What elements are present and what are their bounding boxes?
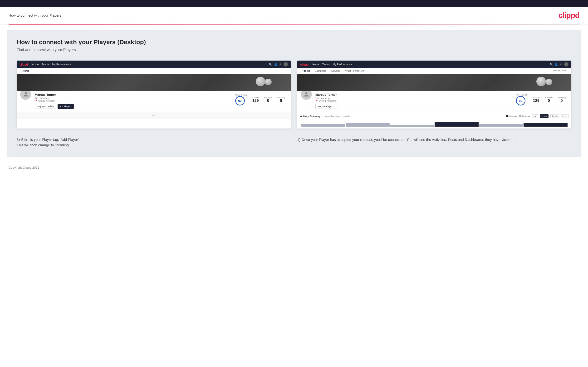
- page-header-title: How to connect with your Players: [9, 13, 61, 17]
- action-buttons-1: Request to Follow Add Player +: [35, 104, 232, 109]
- followers-stat-1: Followers 0: [264, 96, 272, 103]
- tab-profile-2[interactable]: Profile: [300, 68, 312, 74]
- filter-6mths-2[interactable]: 6 mths: [540, 114, 548, 118]
- activity-chart-2: [300, 119, 569, 127]
- svg-point-1: [305, 92, 307, 94]
- nav-avatar-2: [564, 62, 569, 67]
- filter-1mth-2[interactable]: 1 mth: [561, 114, 569, 118]
- hero-circle-4: [546, 79, 552, 85]
- tab-list-2: Profile Dashboard Activities What To Wor…: [300, 68, 366, 74]
- profile-info-1: Marcus Turner 1-5 Handicap 📍 United King…: [35, 93, 288, 109]
- player-location-1: 📍 United Kingdom: [35, 100, 232, 102]
- hero-circles-1: [256, 77, 272, 87]
- user-dropdown-2[interactable]: Marcus Turner: [551, 68, 569, 74]
- user-icon-2: 👤: [555, 63, 558, 66]
- main-subtitle: Find and connect with your Players: [17, 48, 571, 52]
- tab-bar-2: Profile Dashboard Activities What To Wor…: [297, 68, 571, 74]
- nav-icons-1: 🔍 👤 ⚙: [269, 62, 288, 67]
- filter-3mths-2[interactable]: 3 mths: [550, 114, 559, 118]
- profile-area-1: Marcus Turner 1-5 Handicap 📍 United King…: [17, 91, 291, 112]
- main-title: How to connect with your Players (Deskto…: [17, 39, 571, 46]
- nav-logo-2: clippd: [300, 63, 309, 66]
- add-player-button-1[interactable]: Add Player +: [58, 104, 74, 109]
- header-divider: [9, 25, 579, 25]
- remove-player-button-2[interactable]: Remove Player ✕: [315, 104, 337, 109]
- player-handicap-1: 1-5 Handicap: [35, 97, 232, 100]
- tab-bar-1: Profile: [17, 68, 291, 74]
- screenshots-row: clippd Home Teams My Performance 🔍 👤 ⚙ P…: [17, 61, 571, 128]
- quality-stat-1: Player Quality 92: [235, 94, 247, 106]
- tab-activities-2[interactable]: Activities: [329, 68, 343, 74]
- following-stat-2: Following 0: [558, 96, 566, 103]
- quality-circle-2: 92: [516, 96, 526, 106]
- hero-circle-3: [536, 77, 546, 86]
- nav-home-1: Home: [32, 63, 39, 66]
- mock-nav-2: clippd Home Teams My Performance 🔍 👤 ⚙: [297, 61, 571, 68]
- activity-summary-2: Activity Summary Monthly Activity · 6 Mo…: [297, 112, 571, 128]
- tab-whattoworkon-2[interactable]: What To Work On: [343, 68, 367, 74]
- mock-nav-1: clippd Home Teams My Performance 🔍 👤 ⚙: [17, 61, 291, 68]
- hero-circles-2: [536, 77, 552, 87]
- bar-1: [301, 124, 345, 127]
- stats-1: Player Quality 92 Activities 129 Followe…: [232, 93, 288, 106]
- screenshot-panel-1: clippd Home Teams My Performance 🔍 👤 ⚙ P…: [17, 61, 291, 128]
- activities-stat-1: Activities 129: [252, 96, 259, 103]
- copyright-text: Copyright Clippd 2022: [9, 166, 39, 169]
- oncourse-legend-dot: [506, 115, 508, 117]
- screenshot-panel-2: clippd Home Teams My Performance 🔍 👤 ⚙ P…: [297, 61, 571, 128]
- quality-stat-2: Player Quality 92: [516, 94, 528, 106]
- filter-1yr-2[interactable]: 1 yr: [532, 114, 538, 118]
- activity-header-2: Activity Summary Monthly Activity · 6 Mo…: [300, 114, 569, 118]
- settings-icon-1: ⚙: [279, 63, 282, 66]
- bar-6: [524, 123, 568, 127]
- settings-icon-2: ⚙: [560, 63, 562, 66]
- following-stat-1: Following 0: [277, 96, 285, 103]
- search-icon-2: 🔍: [549, 63, 553, 66]
- player-handicap-2: 1-5 Handicap: [315, 97, 513, 100]
- nav-home-2: Home: [312, 63, 319, 66]
- bar-3: [390, 125, 434, 127]
- activity-legend-2: On course Off course: [506, 115, 530, 117]
- nav-links-1: Home Teams My Performance: [32, 63, 265, 66]
- nav-icons-2: 🔍 👤 ⚙: [549, 62, 569, 67]
- profile-area-2: Marcus Turner 1-5 Handicap 📍 United King…: [297, 91, 571, 112]
- hero-circle-1: [256, 77, 265, 86]
- description-text-1: 3) If this is your Player tap, 'Add Play…: [17, 137, 291, 148]
- close-icon-2: ✕: [333, 105, 335, 108]
- description-item-1: 3) If this is your Player tap, 'Add Play…: [17, 137, 291, 148]
- profile-info-2: Marcus Turner 1-5 Handicap 📍 United King…: [315, 93, 569, 109]
- quality-circle-1: 92: [235, 96, 245, 106]
- pencil-icon-1: ✏: [152, 114, 155, 117]
- location-pin-icon-1: 📍: [35, 100, 38, 102]
- nav-links-2: Home Teams My Performance: [312, 63, 546, 66]
- tab-dashboard-2[interactable]: Dashboard: [312, 68, 329, 74]
- nav-teams-1: Teams: [42, 63, 49, 66]
- description-text-2: 4) Once your Player has accepted your re…: [297, 137, 571, 142]
- mock-bottom-1: ✏: [17, 112, 291, 119]
- player-name-2: Marcus Turner: [315, 93, 513, 96]
- description-item-2: 4) Once your Player has accepted your re…: [297, 137, 571, 148]
- tab-profile-1[interactable]: Profile: [19, 68, 32, 74]
- descriptions-row: 3) If this is your Player tap, 'Add Play…: [17, 137, 571, 148]
- bar-2: [346, 123, 390, 127]
- bar-4: [435, 122, 479, 127]
- activities-stat-2: Activities 129: [532, 96, 540, 103]
- bar-5: [479, 124, 523, 127]
- main-content: How to connect with your Players (Deskto…: [7, 30, 581, 157]
- activity-title-2: Activity Summary: [300, 115, 320, 117]
- offcourse-legend-dot: [519, 115, 521, 117]
- player-info-1: Marcus Turner 1-5 Handicap 📍 United King…: [35, 93, 232, 109]
- action-buttons-2: Remove Player ✕: [315, 104, 513, 109]
- page-footer: Copyright Clippd 2022: [0, 162, 588, 173]
- nav-myperformance-2: My Performance: [333, 63, 352, 66]
- player-name-1: Marcus Turner: [35, 93, 232, 96]
- hero-banner-2: [297, 74, 571, 91]
- nav-teams-2: Teams: [322, 63, 330, 66]
- follow-button-1[interactable]: Request to Follow: [35, 104, 56, 109]
- search-icon-1: 🔍: [269, 63, 272, 66]
- nav-logo-1: clippd: [19, 63, 28, 66]
- nav-myperformance-1: My Performance: [52, 63, 71, 66]
- top-bar: [0, 0, 588, 7]
- followers-stat-2: Followers 0: [545, 96, 553, 103]
- svg-point-0: [25, 92, 27, 94]
